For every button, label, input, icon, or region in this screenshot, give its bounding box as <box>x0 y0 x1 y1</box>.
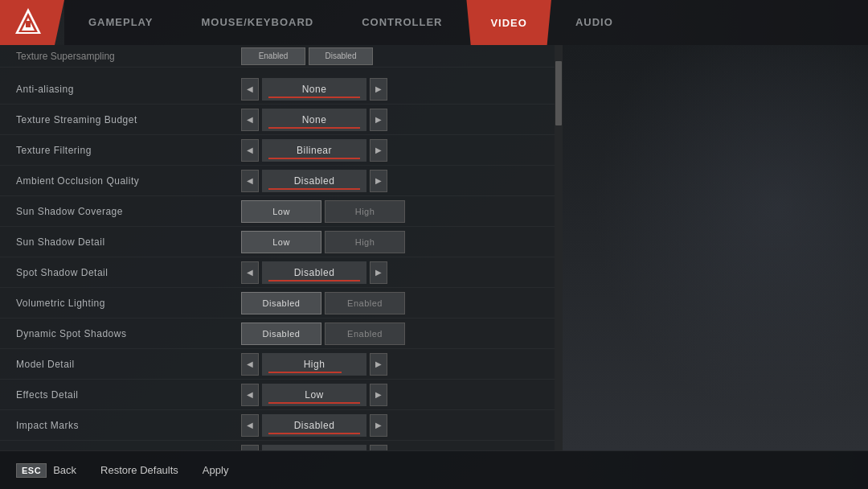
control-ragdolls: ◀ Low ▶ <box>241 445 550 451</box>
control-dynamic-spot-shadows: Disabled Enabled <box>241 323 550 345</box>
label-impact-marks: Impact Marks <box>16 420 241 431</box>
scrollbar-thumb[interactable] <box>555 61 562 125</box>
value-ambient-occlusion: Disabled <box>262 170 366 192</box>
toggle-sun-detail-low[interactable]: Low <box>241 231 321 253</box>
toggle-volumetric-disabled[interactable]: Disabled <box>241 292 321 314</box>
selector-ambient-occlusion: ◀ Disabled ▶ <box>241 170 387 192</box>
setting-row-ragdolls: Ragdolls ◀ Low ▶ <box>0 441 563 450</box>
toggle-volumetric-enabled[interactable]: Enabled <box>325 292 405 314</box>
esc-key-badge: ESC <box>16 463 47 478</box>
tab-video[interactable]: VIDEO <box>466 0 551 45</box>
partial-option2[interactable]: Disabled <box>309 47 373 65</box>
arrow-right-model-detail[interactable]: ▶ <box>370 353 387 376</box>
setting-row-model-detail: Model Detail ◀ High ▶ <box>0 349 563 380</box>
arrow-right-impact-marks[interactable]: ▶ <box>370 414 387 437</box>
apply-action[interactable]: Apply <box>203 464 229 476</box>
control-impact-marks: ◀ Disabled ▶ <box>241 414 550 437</box>
restore-defaults-label: Restore Defaults <box>100 464 178 476</box>
scene-background <box>563 45 868 450</box>
label-model-detail: Model Detail <box>16 359 241 370</box>
arrow-right-texture-streaming[interactable]: ▶ <box>370 109 387 131</box>
toggle-sun-shadow-detail: Low High <box>241 231 405 253</box>
selector-anti-aliasing: ◀ None ▶ <box>241 78 387 101</box>
arrow-right-ambient-occlusion[interactable]: ▶ <box>370 170 387 192</box>
value-effects-detail: Low <box>262 384 366 406</box>
label-volumetric-lighting: Volumetric Lighting <box>16 298 241 309</box>
nav-tabs: GAMEPLAY MOUSE/KEYBOARD CONTROLLER VIDEO… <box>64 0 868 45</box>
toggle-volumetric-lighting: Disabled Enabled <box>241 292 405 314</box>
control-sun-shadow-detail: Low High <box>241 231 550 253</box>
content-area: Texture Supersampling Enabled Disabled A… <box>0 45 868 450</box>
arrow-left-spot-shadow[interactable]: ◀ <box>241 261 259 284</box>
control-spot-shadow-detail: ◀ Disabled ▶ <box>241 261 550 284</box>
arrow-left-impact-marks[interactable]: ◀ <box>241 414 259 437</box>
setting-row-impact-marks: Impact Marks ◀ Disabled ▶ <box>0 410 563 441</box>
scrollbar-track <box>555 45 563 450</box>
toggle-dynamic-disabled[interactable]: Disabled <box>241 323 321 345</box>
setting-row-spot-shadow-detail: Spot Shadow Detail ◀ Disabled ▶ <box>0 257 563 288</box>
arrow-right-effects-detail[interactable]: ▶ <box>370 384 387 406</box>
tab-gameplay[interactable]: GAMEPLAY <box>64 0 177 45</box>
setting-row-dynamic-spot-shadows: Dynamic Spot Shadows Disabled Enabled <box>0 318 563 349</box>
svg-rect-3 <box>26 21 31 27</box>
partial-row: Texture Supersampling Enabled Disabled <box>0 45 563 68</box>
tab-mouse-keyboard[interactable]: MOUSE/KEYBOARD <box>177 0 338 45</box>
tab-audio[interactable]: AUDIO <box>551 0 637 45</box>
apex-logo-icon <box>10 5 46 40</box>
value-anti-aliasing: None <box>262 78 366 101</box>
setting-row-texture-streaming: Texture Streaming Budget ◀ None ▶ <box>0 105 563 135</box>
selector-spot-shadow-detail: ◀ Disabled ▶ <box>241 261 387 284</box>
toggle-dynamic-spot-shadows: Disabled Enabled <box>241 323 405 345</box>
setting-row-anti-aliasing: Anti-aliasing ◀ None ▶ <box>0 74 563 105</box>
arrow-left-ragdolls[interactable]: ◀ <box>241 445 259 451</box>
toggle-sun-coverage-low[interactable]: Low <box>241 200 321 223</box>
selector-effects-detail: ◀ Low ▶ <box>241 384 387 406</box>
back-label: Back <box>53 464 76 476</box>
label-effects-detail: Effects Detail <box>16 389 241 401</box>
arrow-left-texture-streaming[interactable]: ◀ <box>241 109 259 131</box>
tab-controller[interactable]: CONTROLLER <box>338 0 466 45</box>
toggle-sun-detail-high[interactable]: High <box>325 231 405 253</box>
toggle-sun-coverage-high[interactable]: High <box>325 200 405 223</box>
bottom-bar: ESC Back Restore Defaults Apply <box>0 450 868 489</box>
control-sun-shadow-coverage: Low High <box>241 200 550 223</box>
arrow-left-effects-detail[interactable]: ◀ <box>241 384 259 406</box>
underline-model-detail <box>268 372 342 373</box>
setting-row-sun-shadow-detail: Sun Shadow Detail Low High <box>0 227 563 257</box>
arrow-right-spot-shadow[interactable]: ▶ <box>370 261 387 284</box>
setting-row-effects-detail: Effects Detail ◀ Low ▶ <box>0 380 563 410</box>
partial-option1[interactable]: Enabled <box>241 47 305 65</box>
arrow-right-anti-aliasing[interactable]: ▶ <box>370 78 387 101</box>
label-sun-shadow-detail: Sun Shadow Detail <box>16 236 241 248</box>
partial-control: Enabled Disabled <box>241 47 550 65</box>
label-texture-filtering: Texture Filtering <box>16 145 241 156</box>
value-impact-marks: Disabled <box>262 414 366 437</box>
control-effects-detail: ◀ Low ▶ <box>241 384 550 406</box>
control-ambient-occlusion: ◀ Disabled ▶ <box>241 170 550 192</box>
value-texture-filtering: Bilinear <box>262 139 366 162</box>
setting-row-ambient-occlusion: Ambient Occlusion Quality ◀ Disabled ▶ <box>0 166 563 196</box>
toggle-sun-shadow-coverage: Low High <box>241 200 405 223</box>
arrow-left-ambient-occlusion[interactable]: ◀ <box>241 170 259 192</box>
control-model-detail: ◀ High ▶ <box>241 353 550 376</box>
label-dynamic-spot-shadows: Dynamic Spot Shadows <box>16 328 241 339</box>
underline-texture-streaming <box>268 127 360 129</box>
arrow-left-model-detail[interactable]: ◀ <box>241 353 259 376</box>
value-ragdolls: Low <box>262 445 366 451</box>
value-texture-streaming: None <box>262 109 366 131</box>
arrow-right-ragdolls[interactable]: ▶ <box>370 445 387 451</box>
arrow-right-texture-filtering[interactable]: ▶ <box>370 139 387 162</box>
selector-model-detail: ◀ High ▶ <box>241 353 387 376</box>
underline-ambient-occlusion <box>268 188 360 190</box>
toggle-dynamic-enabled[interactable]: Enabled <box>325 323 405 345</box>
control-anti-aliasing: ◀ None ▶ <box>241 78 550 101</box>
arrow-left-texture-filtering[interactable]: ◀ <box>241 139 259 162</box>
label-ambient-occlusion: Ambient Occlusion Quality <box>16 175 241 187</box>
underline-anti-aliasing <box>268 97 360 98</box>
back-action[interactable]: ESC Back <box>16 463 76 478</box>
selector-texture-streaming: ◀ None ▶ <box>241 109 387 131</box>
setting-row-volumetric-lighting: Volumetric Lighting Disabled Enabled <box>0 288 563 318</box>
restore-defaults-action[interactable]: Restore Defaults <box>100 464 178 476</box>
settings-list: Anti-aliasing ◀ None ▶ Texture Streaming… <box>0 68 563 450</box>
arrow-left-anti-aliasing[interactable]: ◀ <box>241 78 259 101</box>
